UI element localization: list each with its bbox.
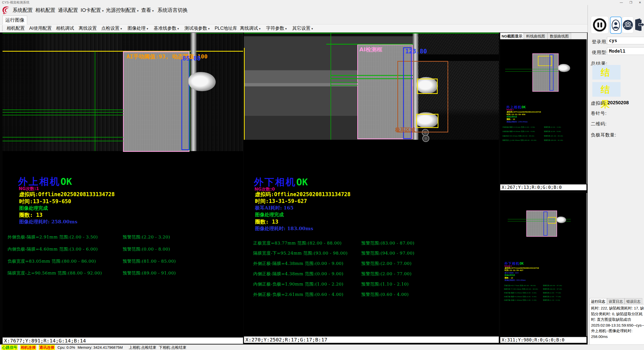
overlay-line (3, 112, 123, 113)
tab-region-label: 极耳区域 (395, 126, 415, 133)
title-bar: CYS-视觉检测系统 — ❐ ✕ (0, 0, 644, 5)
overlay-line (3, 137, 123, 137)
chevron-down-icon: ▾ (147, 27, 148, 30)
menu-camera-config[interactable]: 相机配置 (35, 5, 55, 15)
control-sidebar: 登录用户: cys 使用型号: Model1 总结果: 结 果 结 果 虚拟码:… (588, 5, 644, 350)
user-button[interactable] (610, 17, 622, 34)
login-user-field[interactable]: cys (607, 37, 644, 44)
menu-view[interactable]: 查看▾ (141, 5, 154, 15)
tool-camera-debug[interactable]: 相机调试 (56, 24, 74, 32)
log-text[interactable]: 耗时: 222, 缺陷检测耗时: 17, 缺陷分类耗时: 0, 缺陷提取分区耗时… (589, 304, 644, 350)
tab-ng-screenshot[interactable]: NG截图显示 (500, 33, 524, 39)
turn-count: 圈数: 13 (19, 212, 43, 219)
toolbar-grip-icon (2, 25, 3, 31)
exit-button[interactable] (635, 17, 644, 33)
vcode-label: 虚拟码: (591, 100, 607, 106)
pause-button[interactable] (591, 16, 608, 34)
minimize-icon[interactable]: — (617, 0, 626, 5)
measurement-row: 正极宽度=83.77mm 范围:(82.00 - 88.00)预警范围:(83.… (253, 240, 495, 246)
ng-tab-bar: NG截图显示 料线曲线图 数据曲线图 (500, 33, 587, 39)
menu-io-card-config[interactable]: IO卡配置▾ (81, 5, 104, 15)
process-done: 图像处理完成 (255, 212, 284, 218)
tool-ai-use-config[interactable]: AI使用配置 (29, 24, 52, 32)
comm-conn-badge: 通讯连接 (39, 345, 55, 350)
qrcode-label: 二维码: (591, 121, 607, 127)
overlay-line (189, 51, 190, 151)
app-window: CYS-视觉检测系统 — ❐ ✕ 系统配置 相机配置 通讯配置 IO卡配置▾ 光… (0, 0, 644, 350)
menu-light-control-config[interactable]: 光源控制配置▾ (106, 5, 139, 15)
overlay-line (95, 51, 95, 151)
ai-detect-box (416, 114, 438, 128)
tool-spot-check[interactable]: 点检设置▾ (101, 24, 122, 32)
measurement-row: 隔膜宽度-下=95.24mm 范围:(93.00 - 98.00)预警范围:(9… (253, 250, 495, 256)
upper-camera-coords: X:7677;Y:891;R:14;G:14;B:14 (3, 337, 243, 344)
image-highlight (190, 33, 197, 151)
overlay-line (331, 33, 331, 140)
tab-error-log[interactable]: 错误日志 (625, 298, 642, 304)
spool-label: 卷针号: (591, 110, 607, 116)
tab-count-label: 负极耳数量: (591, 132, 616, 138)
tool-offline-debug[interactable]: 离线调试▾ (240, 24, 261, 32)
ng-preview-lower[interactable]: 外下相机OK NG次数:0 虚拟码:Offline202502081331347… (500, 193, 587, 336)
close-icon[interactable]: ✕ (635, 0, 644, 5)
menu-system-config[interactable]: 系统配置 (13, 5, 33, 15)
heartbeat-badge: 心跳信号 (2, 345, 18, 350)
tool-char-params[interactable]: 字符参数▾ (266, 24, 287, 32)
chevron-down-icon: ▾ (311, 27, 313, 30)
maximize-icon[interactable]: ❐ (626, 0, 635, 5)
exit-door-icon (635, 17, 644, 33)
overlay-line (326, 44, 413, 45)
capture-time: 时间:13-31-59-650 (19, 198, 71, 205)
measure-value: 85.88 (182, 55, 201, 62)
measurement-row: 负极宽度=83.05mm 范围:(80.00 - 86.00)预警范围:(81.… (8, 258, 242, 264)
log-panel: 运行日志 设置日志 错误日志 耗时: 222, 缺陷检测耗时: 17, 缺陷分类… (589, 298, 643, 348)
tab-setting-log[interactable]: 设置日志 (607, 298, 625, 304)
upper-camera-view[interactable]: AI手动阈值:93, 动态阈值:100 85.88 外上相机OK NG次数:1 … (3, 33, 243, 337)
tool-plc-address[interactable]: PLC地址库 (215, 24, 237, 32)
tab-line-curve[interactable]: 料线曲线图 (524, 33, 548, 39)
virtual-code: 虚拟码:Offline20250208133134728 (255, 191, 350, 198)
overlay-line (505, 69, 559, 69)
toolbar: 相机配置 AI使用配置 相机调试 离线设置 点检设置▾ 图像处理▾ 基准线参数▾… (0, 24, 588, 32)
separator-region (123, 51, 189, 152)
measurement-row: 外侧负极-隔膜=2.91mm 范围:(2.00 - 3.50)预警范围:(2.2… (8, 234, 242, 240)
electrode-tab (188, 72, 216, 91)
tab-run-image[interactable]: 运行图像 (3, 16, 27, 24)
tool-camera-config[interactable]: 相机配置 (7, 24, 25, 32)
tab-row: 运行图像 (0, 15, 644, 24)
result-box-upper: 结 果 (592, 65, 621, 80)
measurement-row: 外侧正极-负极=2.61mm 范围:(0.60 - 4.00)预警范围:(0.6… (253, 292, 495, 297)
overlay-line (331, 85, 358, 86)
model-field[interactable]: Model1 (607, 47, 644, 55)
tab-run-log[interactable]: 运行日志 (589, 298, 607, 304)
tool-other-settings[interactable]: 其它设置▾ (292, 24, 313, 32)
chevron-down-icon: ▾ (177, 27, 179, 30)
menu-language-switch[interactable]: 系统语言切换 (157, 5, 188, 15)
chevron-down-icon: ▾ (259, 27, 261, 30)
lower-camera-view[interactable]: AI检测框 123.80 极耳区域 外下相机OK NG次数:0 虚拟码:Offl… (244, 33, 499, 336)
tool-offline-setting[interactable]: 离线设置 (79, 24, 97, 32)
cpu-usage: Cpu: 0.0% (57, 345, 75, 350)
chevron-down-icon: ▾ (137, 9, 139, 13)
overlay-line (3, 33, 243, 33)
tab-data-curve[interactable]: 数据曲线图 (548, 33, 571, 39)
overlay-line (244, 48, 245, 140)
process-elapsed: 图像处理耗时: 258.00ms (19, 219, 77, 225)
ng-preview-upper[interactable]: 外上相机OK NG次数:1 虚拟码:Offline202502081331347… (500, 39, 587, 184)
tool-test-params[interactable]: 测试项参数▾ (184, 24, 210, 32)
menu-comm-config[interactable]: 通讯配置 (58, 5, 78, 15)
tool-image-process[interactable]: 图像处理▾ (127, 24, 148, 32)
process-elapsed: 图像处理耗时: 183.00ms (255, 225, 313, 232)
pause-icon (591, 16, 608, 33)
tool-baseline-params[interactable]: 基准线参数▾ (154, 24, 179, 32)
ai-elapsed: 极耳AI耗时: 165 (255, 205, 294, 211)
ng-preview-lower-coords: X:311;Y:980;R:0;G:0;B:0 (500, 337, 587, 343)
overlay-line (3, 115, 123, 115)
upper-camera-status: 上相机:点检结束 (129, 345, 156, 350)
users-button[interactable] (622, 17, 634, 33)
memory-usage: Memory: 3424.41796875M (78, 345, 123, 350)
lower-camera-coords: X:270;Y:2502;R:17;G:17;B:17 (244, 336, 499, 343)
capture-time: 时间:13-31-59-627 (255, 198, 307, 205)
mini-measure-box (550, 54, 554, 91)
mini-measure-box (543, 212, 548, 236)
